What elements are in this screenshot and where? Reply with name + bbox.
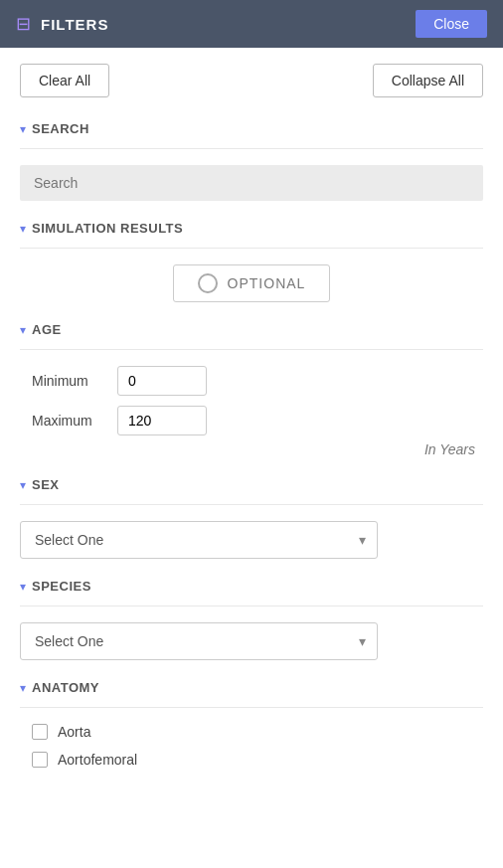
anatomy-section: ▾ ANATOMY Aorta Aortofemoral xyxy=(20,680,483,768)
simulation-divider xyxy=(20,248,483,249)
anatomy-section-header[interactable]: ▾ ANATOMY xyxy=(20,680,483,695)
search-section-header[interactable]: ▾ SEARCH xyxy=(20,121,483,136)
search-section-label: SEARCH xyxy=(32,121,89,136)
filters-content: Clear All Collapse All ▾ SEARCH ▾ SIMULA… xyxy=(0,48,503,803)
sex-select[interactable]: Select One Male Female Other xyxy=(20,521,378,559)
age-section-header[interactable]: ▾ AGE xyxy=(20,322,483,337)
radio-circle xyxy=(198,273,218,293)
search-divider xyxy=(20,148,483,149)
age-divider xyxy=(20,349,483,350)
sex-select-wrapper: Select One Male Female Other ▾ xyxy=(20,521,378,559)
simulation-results-header[interactable]: ▾ SIMULATION RESULTS xyxy=(20,221,483,236)
search-input[interactable] xyxy=(20,165,483,201)
filter-icon: ⊟ xyxy=(16,13,31,35)
maximum-input[interactable] xyxy=(117,406,207,435)
age-section: ▾ AGE Minimum Maximum In Years xyxy=(20,322,483,457)
filters-header: ⊟ FILTERS Close xyxy=(0,0,503,48)
species-select-wrapper: Select One Human Animal Other ▾ xyxy=(20,622,378,660)
search-section: ▾ SEARCH xyxy=(20,121,483,201)
top-buttons-row: Clear All Collapse All xyxy=(20,64,483,97)
clear-all-button[interactable]: Clear All xyxy=(20,64,109,97)
radio-inner xyxy=(203,278,213,288)
close-button[interactable]: Close xyxy=(416,10,487,38)
simulation-results-label: SIMULATION RESULTS xyxy=(32,221,183,236)
maximum-label: Maximum xyxy=(32,413,101,429)
sex-section: ▾ SEX Select One Male Female Other ▾ xyxy=(20,477,483,559)
age-minimum-row: Minimum xyxy=(32,366,483,396)
species-section-header[interactable]: ▾ SPECIES xyxy=(20,579,483,594)
anatomy-list: Aorta Aortofemoral xyxy=(20,724,483,768)
age-chevron-icon: ▾ xyxy=(20,323,26,337)
header-left: ⊟ FILTERS xyxy=(16,13,108,35)
sex-divider xyxy=(20,504,483,505)
search-chevron-icon: ▾ xyxy=(20,122,26,136)
age-maximum-row: Maximum xyxy=(32,406,483,435)
anatomy-chevron-icon: ▾ xyxy=(20,681,26,695)
optional-toggle[interactable]: OPTIONAL xyxy=(173,264,331,302)
species-select[interactable]: Select One Human Animal Other xyxy=(20,622,378,660)
anatomy-section-label: ANATOMY xyxy=(32,680,99,695)
species-chevron-icon: ▾ xyxy=(20,580,26,594)
simulation-results-section: ▾ SIMULATION RESULTS OPTIONAL xyxy=(20,221,483,302)
sex-section-header[interactable]: ▾ SEX xyxy=(20,477,483,492)
list-item[interactable]: Aorta xyxy=(32,724,483,740)
species-section: ▾ SPECIES Select One Human Animal Other … xyxy=(20,579,483,660)
sex-section-label: SEX xyxy=(32,477,60,492)
age-section-label: AGE xyxy=(32,322,62,337)
aorta-label: Aorta xyxy=(58,724,90,740)
list-item[interactable]: Aortofemoral xyxy=(32,752,483,768)
sex-chevron-icon: ▾ xyxy=(20,478,26,492)
aorta-checkbox[interactable] xyxy=(32,724,48,740)
simulation-chevron-icon: ▾ xyxy=(20,222,26,236)
species-divider xyxy=(20,606,483,607)
species-section-label: SPECIES xyxy=(32,579,91,594)
optional-label: OPTIONAL xyxy=(228,275,306,291)
header-title: FILTERS xyxy=(41,16,108,33)
radio-toggle-wrapper: OPTIONAL xyxy=(20,264,483,302)
anatomy-divider xyxy=(20,707,483,708)
minimum-input[interactable] xyxy=(117,366,207,396)
minimum-label: Minimum xyxy=(32,373,101,389)
in-years-label: In Years xyxy=(20,441,483,457)
aortofemoral-checkbox[interactable] xyxy=(32,752,48,768)
age-fields: Minimum Maximum xyxy=(20,366,483,435)
collapse-all-button[interactable]: Collapse All xyxy=(373,64,483,97)
aortofemoral-label: Aortofemoral xyxy=(58,752,137,768)
